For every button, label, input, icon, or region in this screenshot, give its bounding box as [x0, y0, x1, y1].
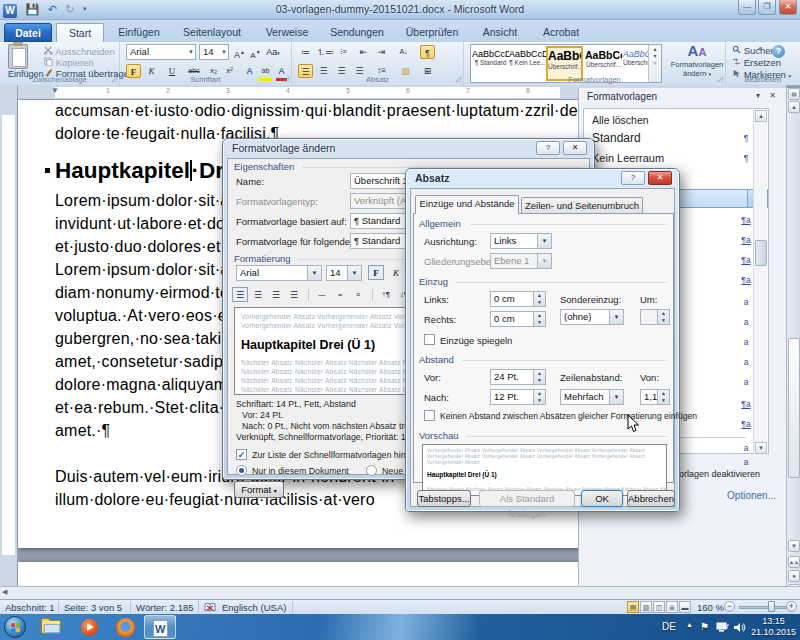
dialog-font-size-combo[interactable]: 14▼: [326, 265, 362, 281]
spellcheck-icon[interactable]: [204, 602, 216, 613]
double-spacing-icon[interactable]: ≡: [350, 287, 366, 302]
show-paragraph-marks-icon[interactable]: ¶: [420, 45, 435, 59]
new-documents-radio[interactable]: [366, 465, 377, 476]
save-icon[interactable]: 💾: [25, 0, 39, 18]
scroll-up-icon[interactable]: ▲: [788, 101, 800, 113]
copy-button[interactable]: Kopieren: [44, 57, 94, 68]
change-styles-button[interactable]: AA Formatvorlagenändern ▾: [670, 43, 724, 78]
weblayout-view-icon[interactable]: ◫: [653, 601, 665, 613]
single-spacing-icon[interactable]: —: [314, 287, 330, 302]
mirror-indents-checkbox[interactable]: [424, 334, 435, 345]
scroll-thumb[interactable]: [755, 240, 767, 266]
volume-icon[interactable]: [734, 622, 746, 633]
zoom-out-icon[interactable]: −: [724, 601, 735, 612]
format-menu-button[interactable]: Format ▾: [234, 481, 284, 498]
space-before-spinner[interactable]: 24 Pt.▲▼: [490, 369, 546, 385]
network-icon[interactable]: [716, 622, 729, 633]
ok-button[interactable]: OK: [581, 490, 623, 507]
maximize-button[interactable]: ❐: [758, 0, 776, 15]
tab-line-page-breaks[interactable]: Zeilen- und Seitenumbruch: [521, 197, 643, 214]
scroll-down-icon[interactable]: ▼: [788, 540, 800, 552]
close-button[interactable]: ✕: [779, 0, 797, 15]
increase-indent-icon[interactable]: ⇥: [374, 45, 389, 59]
cut-button[interactable]: Ausschneiden: [44, 46, 115, 57]
grow-font-icon[interactable]: A▲: [232, 45, 247, 59]
minimize-ribbon-icon[interactable]: ▴: [758, 44, 762, 52]
bullet-list-icon[interactable]: ≔: [298, 45, 313, 59]
style-row-standard[interactable]: Standard: [585, 129, 747, 147]
document-scrollbar[interactable]: ▤ ▲ ▼ ▲▲ ● ▼▼: [786, 88, 800, 598]
close-icon[interactable]: ✕: [563, 141, 587, 155]
taskbar-clock[interactable]: 13:15 21.10.2015: [751, 616, 796, 638]
tab-start[interactable]: Start: [56, 23, 104, 42]
dialog-align-right-icon[interactable]: ☰: [268, 287, 284, 302]
tray-expand-icon[interactable]: ▲: [686, 621, 693, 628]
taskbar-media-button[interactable]: [72, 615, 106, 639]
no-space-same-style-checkbox[interactable]: [424, 410, 435, 421]
tabstops-button[interactable]: Tabstopps...: [417, 490, 471, 507]
pane-close-icon[interactable]: ✕: [769, 91, 776, 100]
taskbar-firefox-button[interactable]: [108, 615, 142, 639]
tab-seitenlayout[interactable]: Seitenlayout: [172, 23, 252, 42]
styles-list-scrollbar[interactable]: ▲ ▼: [753, 110, 767, 454]
scroll-thumb[interactable]: [788, 338, 800, 478]
decrease-indent-icon[interactable]: ⇤: [356, 45, 371, 59]
cancel-button[interactable]: Abbrechen: [627, 490, 675, 507]
tab-indents-spacing[interactable]: Einzüge und Abstände: [415, 195, 519, 214]
tab-acrobat[interactable]: Acrobat: [532, 23, 590, 42]
sort-icon[interactable]: A↓: [396, 45, 411, 59]
status-page[interactable]: Seite: 3 von 5: [64, 602, 122, 613]
clipboard-dialog-launcher-icon[interactable]: ◿: [112, 75, 117, 83]
line-spacing-at-spinner[interactable]: 1,15▲▼: [640, 389, 670, 405]
multilevel-list-icon[interactable]: ⁝≡: [336, 45, 351, 59]
tab-verweise[interactable]: Verweise: [256, 23, 318, 42]
shrink-font-icon[interactable]: A▼: [248, 45, 263, 59]
indent-right-spinner[interactable]: 0 cm▲▼: [490, 311, 546, 327]
taskbar-word-button[interactable]: W: [144, 615, 176, 639]
previous-page-icon[interactable]: ▲▲: [788, 556, 800, 568]
tab-datei[interactable]: Datei: [4, 23, 52, 42]
style-row-kein-leerraum[interactable]: Kein Leerraum: [585, 149, 747, 167]
zoom-in-icon[interactable]: +: [786, 601, 797, 612]
taskbar-explorer-button[interactable]: [34, 615, 68, 639]
status-words[interactable]: Wörter: 2.185: [136, 602, 194, 613]
undo-icon[interactable]: ↶: [48, 0, 57, 18]
one-half-spacing-icon[interactable]: ＝: [332, 287, 348, 302]
styles-dialog-launcher-icon[interactable]: ◿: [718, 75, 723, 83]
tab-ansicht[interactable]: Ansicht: [472, 23, 528, 42]
help-icon[interactable]: ?: [772, 45, 785, 58]
vertical-ruler[interactable]: [0, 85, 18, 588]
qat-dropdown-icon[interactable]: ▾: [83, 0, 87, 18]
start-button[interactable]: [4, 616, 26, 638]
dialog-justify-icon[interactable]: ☰: [286, 287, 302, 302]
minimize-button[interactable]: —: [738, 0, 756, 15]
dialog-align-center-icon[interactable]: ☰: [250, 287, 266, 302]
change-case-icon[interactable]: Aa▾: [264, 45, 282, 59]
zoom-level[interactable]: 160 %: [697, 602, 724, 613]
scroll-left-icon[interactable]: ◀: [2, 588, 7, 596]
special-indent-combo[interactable]: (ohne)▼: [560, 309, 624, 325]
quick-style-checkbox[interactable]: ✓: [236, 449, 247, 460]
pane-options-link[interactable]: Optionen...: [727, 490, 776, 501]
line-spacing-combo[interactable]: Mehrfach▼: [560, 389, 624, 405]
status-section[interactable]: Abschnitt: 1: [5, 602, 55, 613]
only-this-document-radio[interactable]: [236, 465, 247, 476]
ruler-toggle-icon[interactable]: ▤: [788, 88, 800, 100]
close-icon[interactable]: ✕: [648, 171, 672, 185]
zoom-slider-thumb[interactable]: [768, 601, 775, 612]
paragraph-dialog-launcher-icon[interactable]: ◿: [456, 75, 461, 83]
indent-left-spinner[interactable]: 0 cm▲▼: [490, 291, 546, 307]
pane-menu-icon[interactable]: ▾: [756, 91, 760, 100]
dialog-bold-button[interactable]: F: [368, 265, 384, 280]
space-before-icon[interactable]: ↑¶: [378, 287, 394, 302]
replace-button[interactable]: Ersetzen: [732, 57, 781, 68]
select-browse-object-icon[interactable]: ●: [788, 570, 800, 582]
tab-sendungen[interactable]: Sendungen: [322, 23, 392, 42]
space-after-spinner[interactable]: 12 Pt.▲▼: [490, 389, 546, 405]
redo-icon[interactable]: ↻: [65, 0, 74, 18]
outline-view-icon[interactable]: ≣: [666, 601, 678, 613]
horizontal-scrollbar[interactable]: ◀: [0, 586, 800, 599]
numbered-list-icon[interactable]: ⒈≕: [316, 45, 331, 59]
scroll-down-icon[interactable]: ▼: [755, 442, 767, 454]
font-family-combo[interactable]: Arial▼: [126, 44, 196, 60]
